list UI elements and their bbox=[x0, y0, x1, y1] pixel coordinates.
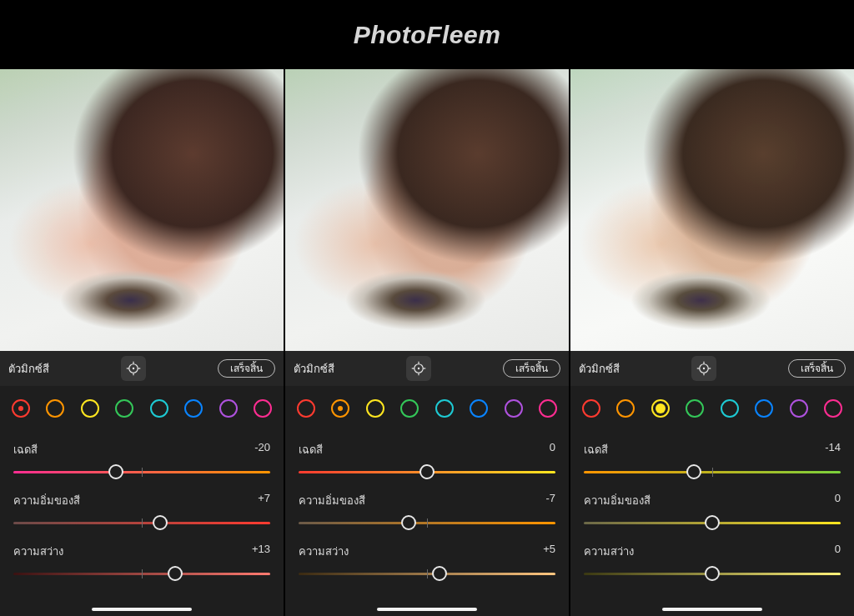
swatch-green[interactable] bbox=[400, 399, 419, 418]
svg-point-7 bbox=[418, 368, 419, 369]
swatch-aqua[interactable] bbox=[150, 399, 168, 418]
saturation-value: 0 bbox=[835, 492, 841, 509]
swatch-orange[interactable] bbox=[616, 399, 635, 418]
svg-point-1 bbox=[133, 368, 134, 369]
svg-point-13 bbox=[703, 368, 705, 369]
swatch-green[interactable] bbox=[115, 399, 133, 418]
panel-title: ตัวมิกซ์สี bbox=[294, 360, 334, 378]
editor-panel-2: ตัวมิกซ์สี เสร็จสิ้น เฉดสี0 bbox=[285, 69, 569, 616]
target-icon bbox=[696, 361, 711, 376]
saturation-value: -7 bbox=[545, 492, 555, 509]
done-button[interactable]: เสร็จสิ้น bbox=[218, 359, 275, 378]
swatch-blue[interactable] bbox=[470, 399, 488, 418]
luminance-value: +5 bbox=[543, 543, 555, 560]
luminance-knob[interactable] bbox=[432, 566, 447, 581]
sliders-area: เฉดสี0 ความอิ่มของสี-7 ความสว่าง+5 bbox=[285, 431, 569, 616]
sliders-area: เฉดสี-20 ความอิ่มของสี+7 ความสว่าง+13 bbox=[0, 431, 284, 616]
luminance-value: +13 bbox=[252, 543, 270, 560]
done-button[interactable]: เสร็จสิ้น bbox=[503, 359, 560, 378]
swatch-blue[interactable] bbox=[184, 399, 203, 418]
brand-title: PhotoFleem bbox=[354, 21, 501, 49]
hue-slider[interactable] bbox=[299, 463, 555, 480]
panel-title: ตัวมิกซ์สี bbox=[8, 360, 49, 378]
swatch-orange[interactable] bbox=[331, 399, 349, 418]
editor-panel-3: ตัวมิกซ์สี เสร็จสิ้น เฉดสี-14 bbox=[570, 69, 854, 616]
luminance-slider[interactable] bbox=[299, 565, 555, 582]
done-button[interactable]: เสร็จสิ้น bbox=[788, 359, 846, 378]
swatch-aqua[interactable] bbox=[435, 399, 454, 418]
saturation-knob[interactable] bbox=[153, 515, 168, 530]
swatch-orange[interactable] bbox=[46, 399, 64, 418]
swatch-magenta[interactable] bbox=[254, 399, 272, 418]
swatch-purple[interactable] bbox=[219, 399, 238, 418]
hue-slider[interactable] bbox=[13, 463, 270, 480]
swatch-yellow[interactable] bbox=[651, 399, 670, 418]
preview-photo bbox=[570, 69, 854, 351]
hue-value: -20 bbox=[254, 441, 270, 458]
hue-value: -14 bbox=[825, 441, 841, 458]
swatch-purple[interactable] bbox=[505, 399, 523, 418]
target-adjust-button[interactable] bbox=[691, 356, 716, 381]
color-swatch-row bbox=[285, 386, 569, 431]
luminance-slider[interactable] bbox=[584, 565, 841, 582]
brand-header: PhotoFleem bbox=[0, 0, 854, 69]
color-mix-toolbar: ตัวมิกซ์สี เสร็จสิ้น bbox=[570, 351, 854, 386]
swatch-magenta[interactable] bbox=[539, 399, 557, 418]
target-adjust-button[interactable] bbox=[121, 356, 146, 381]
swatch-aqua[interactable] bbox=[721, 399, 739, 418]
saturation-slider[interactable] bbox=[584, 514, 841, 531]
saturation-slider[interactable] bbox=[13, 514, 270, 531]
swatch-purple[interactable] bbox=[790, 399, 808, 418]
home-indicator bbox=[92, 608, 192, 611]
editor-panel-1: ตัวมิกซ์สี เสร็จสิ้น เฉดสี-20 bbox=[0, 69, 284, 616]
hue-label: เฉดสี bbox=[299, 441, 323, 458]
home-indicator bbox=[377, 608, 477, 611]
swatch-magenta[interactable] bbox=[824, 399, 842, 418]
swatch-red[interactable] bbox=[582, 399, 600, 418]
hue-slider[interactable] bbox=[584, 463, 841, 480]
saturation-label: ความอิ่มของสี bbox=[584, 492, 651, 509]
preview-photo bbox=[285, 69, 569, 351]
sliders-area: เฉดสี-14 ความอิ่มของสี0 ความสว่าง0 bbox=[570, 431, 854, 616]
swatch-red[interactable] bbox=[12, 399, 30, 418]
preview-photo bbox=[0, 69, 284, 351]
saturation-slider[interactable] bbox=[299, 514, 555, 531]
hue-knob[interactable] bbox=[686, 464, 701, 479]
hue-knob[interactable] bbox=[108, 464, 123, 479]
panels-row: ตัวมิกซ์สี เสร็จสิ้น เฉดสี-20 bbox=[0, 69, 854, 616]
luminance-label: ความสว่าง bbox=[584, 543, 634, 560]
saturation-knob[interactable] bbox=[401, 515, 416, 530]
hue-knob[interactable] bbox=[419, 464, 435, 479]
luminance-knob[interactable] bbox=[168, 566, 183, 581]
luminance-label: ความสว่าง bbox=[299, 543, 349, 560]
panel-title: ตัวมิกซ์สี bbox=[579, 360, 620, 378]
luminance-knob[interactable] bbox=[705, 566, 720, 581]
home-indicator bbox=[662, 608, 762, 611]
hue-value: 0 bbox=[550, 441, 555, 458]
target-icon bbox=[126, 361, 141, 376]
swatch-red[interactable] bbox=[297, 399, 315, 418]
swatch-yellow[interactable] bbox=[81, 399, 99, 418]
swatch-yellow[interactable] bbox=[366, 399, 384, 418]
color-swatch-row bbox=[0, 386, 284, 431]
saturation-value: +7 bbox=[258, 492, 270, 509]
luminance-slider[interactable] bbox=[13, 565, 270, 582]
luminance-label: ความสว่าง bbox=[13, 543, 63, 560]
swatch-blue[interactable] bbox=[755, 399, 773, 418]
swatch-green[interactable] bbox=[686, 399, 704, 418]
color-mix-toolbar: ตัวมิกซ์สี เสร็จสิ้น bbox=[285, 351, 569, 386]
hue-label: เฉดสี bbox=[584, 441, 608, 458]
saturation-label: ความอิ่มของสี bbox=[13, 492, 80, 509]
color-mix-toolbar: ตัวมิกซ์สี เสร็จสิ้น bbox=[0, 351, 284, 386]
color-swatch-row bbox=[570, 386, 854, 431]
luminance-value: 0 bbox=[835, 543, 841, 560]
target-icon bbox=[411, 361, 426, 376]
saturation-label: ความอิ่มของสี bbox=[299, 492, 365, 509]
saturation-knob[interactable] bbox=[705, 515, 720, 530]
target-adjust-button[interactable] bbox=[406, 356, 431, 381]
hue-label: เฉดสี bbox=[13, 441, 38, 458]
